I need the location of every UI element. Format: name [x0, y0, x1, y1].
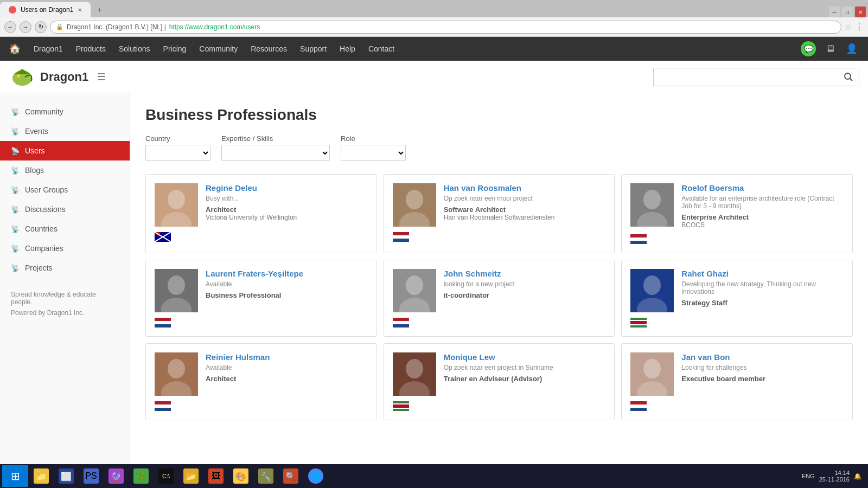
- user-card: Roelof Boersma Available for an enterpri…: [621, 174, 853, 253]
- sidebar-item-discussions[interactable]: 📡 Discussions: [0, 200, 130, 219]
- new-tab-button[interactable]: +: [91, 2, 108, 17]
- user-flag: [393, 318, 606, 328]
- filter-expertise-label: Expertise / Skills: [221, 134, 330, 143]
- nav-contact[interactable]: Contact: [368, 44, 394, 53]
- taskbar-cmd[interactable]: C:\: [154, 465, 178, 487]
- user-name[interactable]: Jan van Bon: [681, 352, 844, 362]
- user-org: Victoria University of Wellington: [206, 214, 368, 221]
- forward-button[interactable]: →: [20, 21, 31, 33]
- taskbar-photos[interactable]: 🖼: [204, 465, 228, 487]
- filter-country-select[interactable]: [145, 145, 210, 161]
- user-info: Reinier Hulsman Available Architect: [206, 352, 368, 383]
- chat-icon[interactable]: 💬: [801, 41, 816, 56]
- nav-right: 💬 🖥 👤: [801, 41, 859, 56]
- svg-rect-53: [393, 403, 409, 404]
- user-name[interactable]: Monique Lew: [444, 352, 606, 362]
- nav-solutions[interactable]: Solutions: [119, 44, 150, 53]
- user-org: BCOCS: [681, 221, 844, 229]
- svg-point-50: [406, 359, 423, 378]
- menu-icon[interactable]: ⋮: [855, 22, 864, 32]
- search-button[interactable]: [838, 68, 859, 86]
- home-nav-icon[interactable]: 🏠: [9, 43, 21, 55]
- sidebar-item-events[interactable]: 📡 Events: [0, 121, 130, 141]
- user-card: Monique Lew Op zoek naar een project in …: [384, 343, 615, 420]
- sidebar-item-blogs[interactable]: 📡 Blogs: [0, 160, 130, 180]
- svg-rect-55: [393, 408, 409, 409]
- user-flag: [630, 318, 844, 328]
- taskbar-terminal[interactable]: ⬜: [54, 465, 78, 487]
- svg-point-2: [17, 74, 20, 78]
- taskbar-start-button[interactable]: ⊞: [2, 465, 28, 487]
- hamburger-icon[interactable]: ☰: [97, 71, 106, 83]
- sidebar-item-countries[interactable]: 📡 Countries: [0, 219, 130, 239]
- close-button[interactable]: ✕: [855, 7, 866, 17]
- nav-help[interactable]: Help: [340, 44, 355, 53]
- taskbar-tools[interactable]: 🔧: [254, 465, 278, 487]
- avatar: [155, 352, 198, 396]
- user-name[interactable]: Regine Deleu: [206, 183, 368, 192]
- taskbar-file-manager[interactable]: 📁: [29, 465, 53, 487]
- user-name[interactable]: Laurent Fraters-Yeşiltepe: [206, 269, 368, 278]
- search-input[interactable]: [653, 68, 838, 86]
- nav-pricing[interactable]: Pricing: [163, 44, 187, 53]
- nav-support[interactable]: Support: [300, 44, 327, 53]
- logo[interactable]: Dragon1: [9, 66, 88, 88]
- taskbar-app2[interactable]: 🌿: [129, 465, 153, 487]
- user-name[interactable]: Roelof Boersma: [681, 183, 844, 192]
- svg-rect-29: [155, 324, 171, 328]
- nav-resources[interactable]: Resources: [251, 44, 287, 53]
- search-icon: [844, 72, 853, 82]
- monitor-icon[interactable]: 🖥: [822, 41, 838, 56]
- nav-dragon1[interactable]: Dragon1: [34, 44, 63, 53]
- sidebar-item-community[interactable]: 📡 Community: [0, 102, 130, 121]
- back-button[interactable]: ←: [4, 21, 16, 33]
- avatar-svg: [155, 352, 198, 396]
- user-nav-icon[interactable]: 👤: [844, 41, 859, 56]
- taskbar-paint[interactable]: 🎨: [229, 465, 253, 487]
- logo-svg: [9, 66, 36, 88]
- user-name[interactable]: Reinier Hulsman: [206, 352, 368, 362]
- user-role: Business Professional: [206, 291, 368, 299]
- sidebar-item-user-groups[interactable]: 📡 User Groups: [0, 180, 130, 200]
- reload-button[interactable]: ↻: [35, 21, 47, 33]
- sidebar-item-projects[interactable]: 📡 Projects: [0, 258, 130, 278]
- avatar-svg: [393, 352, 436, 396]
- active-tab[interactable]: Users on Dragon1 ✕: [0, 2, 91, 17]
- tab-close-icon[interactable]: ✕: [78, 7, 82, 13]
- taskbar-notification-icon[interactable]: 🔔: [854, 473, 861, 480]
- svg-point-25: [168, 275, 185, 295]
- maximize-button[interactable]: □: [842, 7, 853, 17]
- svg-rect-60: [630, 404, 647, 408]
- sidebar-item-companies[interactable]: 📡 Companies: [0, 239, 130, 258]
- taskbar: ⊞ 📁 ⬜ PS 🔮 🌿 C:\ 📂 🖼 🎨 🔧 🔍 🌐 ENG 14:14 2…: [0, 464, 868, 488]
- user-name[interactable]: Rahet Ghazi: [681, 269, 844, 278]
- avatar-svg: [155, 269, 198, 312]
- taskbar-explorer[interactable]: 📂: [179, 465, 203, 487]
- nav-products[interactable]: Products: [76, 44, 106, 53]
- address-bar[interactable]: 🔒 Dragon1 Inc. (Dragon1 B.V.) [NL] | htt…: [50, 21, 841, 34]
- tab-bar: Users on Dragon1 ✕ + ─ □ ✕: [0, 0, 868, 17]
- taskbar-app1[interactable]: 🔮: [104, 465, 128, 487]
- svg-point-44: [168, 359, 185, 378]
- minimize-button[interactable]: ─: [829, 7, 840, 17]
- user-info: Monique Lew Op zoek naar een project in …: [444, 352, 606, 383]
- sidebar-item-users[interactable]: 📡 Users: [0, 141, 130, 160]
- nav-community[interactable]: Community: [199, 44, 238, 53]
- bookmark-icon[interactable]: ☆: [845, 23, 852, 31]
- search-bar: [653, 68, 859, 86]
- sidebar-footer-slogan: Spread knowledge & educate people.: [11, 291, 119, 306]
- filter-expertise-select[interactable]: [221, 145, 330, 161]
- sidebar-label-countries: Countries: [25, 224, 58, 233]
- user-info: Rahet Ghazi Developing the new strategy,…: [681, 269, 844, 307]
- taskbar-search[interactable]: 🔍: [279, 465, 303, 487]
- filter-role-select[interactable]: [341, 145, 406, 161]
- taskbar-powershell[interactable]: PS: [79, 465, 103, 487]
- user-name[interactable]: John Schmeitz: [444, 269, 606, 278]
- user-role: Trainer en Adviseur (Advisor): [444, 375, 606, 383]
- avatar-svg: [393, 269, 436, 312]
- user-name[interactable]: Han van Roosmalen: [444, 183, 606, 192]
- user-flag: [155, 401, 368, 411]
- taskbar-date-value: 25-11-2016: [819, 476, 850, 483]
- taskbar-chrome[interactable]: 🌐: [304, 465, 328, 487]
- user-card: Reinier Hulsman Available Architect: [145, 343, 377, 420]
